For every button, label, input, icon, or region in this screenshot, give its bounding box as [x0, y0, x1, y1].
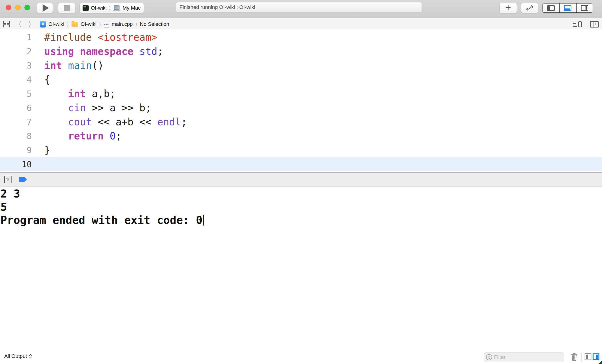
code-line: 3int main(): [0, 58, 602, 73]
filter-input[interactable]: [494, 354, 562, 360]
code-line-text: int main(): [44, 60, 104, 71]
breadcrumb-folder[interactable]: OI-wiki: [81, 21, 97, 27]
scheme-target-icon: [83, 5, 89, 11]
add-editor-icon[interactable]: [590, 21, 599, 28]
line-number: 6: [0, 103, 32, 113]
debug-bar: ▽: [0, 172, 602, 187]
back-button[interactable]: ⟨: [17, 21, 22, 27]
line-number: 3: [0, 61, 32, 70]
folder-icon: [72, 22, 78, 27]
text-cursor: [203, 215, 204, 226]
chevron-right-icon: ⟩: [109, 5, 111, 11]
chevron-right-icon: ⟩: [135, 21, 137, 27]
code-line-text: using namespace std;: [44, 46, 163, 57]
code-line-text: cout << a+b << endl;: [44, 116, 187, 128]
editor-options-icon[interactable]: [573, 21, 582, 27]
my-mac-icon: [113, 5, 120, 11]
zoom-window-button[interactable]: [24, 5, 30, 10]
line-number: 5: [0, 89, 32, 99]
play-icon: [43, 4, 49, 12]
project-file-icon: A: [40, 21, 46, 28]
jump-bar-actions: [573, 18, 599, 30]
stop-icon: [64, 5, 70, 11]
breakpoints-toggle-button[interactable]: [19, 177, 27, 182]
code-line: 9}: [0, 143, 602, 157]
navigator-panel-icon: [547, 5, 555, 11]
breadcrumb-file[interactable]: main.cpp: [112, 21, 133, 27]
jump-bar: ⟨ ⟩ A OI-wiki ⟩ OI-wiki ⟩ c++ main.cpp ⟩…: [0, 18, 602, 30]
scheme-project-label: OI-wiki: [91, 5, 107, 11]
toggle-navigator-button[interactable]: [542, 3, 559, 13]
code-line: 5 int a,b;: [0, 86, 602, 101]
close-window-button[interactable]: [6, 5, 11, 10]
stop-button[interactable]: [58, 3, 75, 13]
forward-button[interactable]: ⟩: [27, 21, 32, 27]
chevron-right-icon: ⟩: [67, 21, 69, 27]
output-scope-dropdown[interactable]: All Output: [4, 353, 32, 359]
minimize-window-button[interactable]: [15, 5, 21, 10]
swap-arrows-icon: [525, 5, 534, 11]
activity-status: Finished running OI-wiki : OI-wiki: [176, 2, 422, 12]
code-line-text: #include <iostream>: [44, 31, 157, 43]
hide-debug-area-button[interactable]: ▽: [4, 176, 11, 183]
code-line: 10: [0, 157, 602, 171]
scheme-destination-label: My Mac: [123, 5, 141, 11]
toolbar: OI-wiki ⟩ My Mac Finished running OI-wik…: [0, 0, 602, 18]
line-number: 9: [0, 145, 32, 155]
console-text: 2 3 5 Program ended with exit code: 0: [0, 187, 602, 227]
clear-console-button[interactable]: [571, 352, 578, 361]
code-line: 4{: [0, 73, 602, 86]
filter-icon: [486, 354, 492, 360]
code-line-text: int a,b;: [44, 88, 116, 99]
library-button[interactable]: +: [499, 3, 517, 13]
toggle-console-view-button[interactable]: [592, 354, 599, 360]
toggle-debug-area-button[interactable]: [559, 3, 576, 13]
trash-icon: [571, 352, 578, 361]
divider: [586, 21, 586, 28]
code-line-text: cin >> a >> b;: [44, 102, 151, 114]
cpp-file-icon: c++: [104, 21, 109, 28]
debug-panel-icon: [564, 5, 571, 11]
code-line: 2using namespace std;: [0, 44, 602, 58]
related-items-icon[interactable]: [3, 21, 10, 27]
code-line-text: {: [44, 74, 50, 85]
divider: [581, 353, 581, 362]
line-number: 8: [0, 131, 32, 141]
code-line: 8 return 0;: [0, 129, 602, 143]
run-button[interactable]: [37, 3, 53, 13]
breadcrumb-selection[interactable]: No Selection: [140, 21, 169, 27]
panel-toggle-group: [542, 3, 593, 13]
window-resize-grip[interactable]: [599, 361, 602, 364]
code-line-text: }: [44, 144, 50, 156]
line-number: 2: [0, 47, 32, 56]
window-controls: [6, 5, 30, 10]
line-number: 7: [0, 117, 32, 127]
inspector-panel-icon: [581, 5, 588, 11]
breadcrumb-project[interactable]: OI-wiki: [48, 21, 64, 27]
code-line: 1#include <iostream>: [0, 30, 602, 44]
editor-arrows-button[interactable]: [521, 3, 538, 13]
code-line-text: return 0;: [44, 130, 122, 142]
line-number: 1: [0, 32, 32, 42]
code-editor[interactable]: 1#include <iostream>2using namespace std…: [0, 30, 602, 172]
console-output[interactable]: 2 3 5 Program ended with exit code: 0: [0, 187, 602, 350]
console-toolbar: All Output: [0, 350, 602, 364]
code-line: 7 cout << a+b << endl;: [0, 115, 602, 129]
line-number: 10: [0, 159, 32, 169]
console-filter-field: [484, 352, 564, 362]
line-number: 4: [0, 75, 32, 84]
chevron-right-icon: ⟩: [99, 21, 101, 27]
toggle-inspectors-button[interactable]: [576, 3, 592, 13]
toggle-variables-view-button[interactable]: [585, 354, 591, 360]
up-down-chevrons-icon: [29, 354, 32, 359]
output-scope-label: All Output: [4, 353, 27, 359]
code-line: 6 cin >> a >> b;: [0, 101, 602, 115]
scheme-selector[interactable]: OI-wiki ⟩ My Mac: [79, 3, 144, 13]
activity-status-text: Finished running OI-wiki : OI-wiki: [180, 4, 255, 10]
